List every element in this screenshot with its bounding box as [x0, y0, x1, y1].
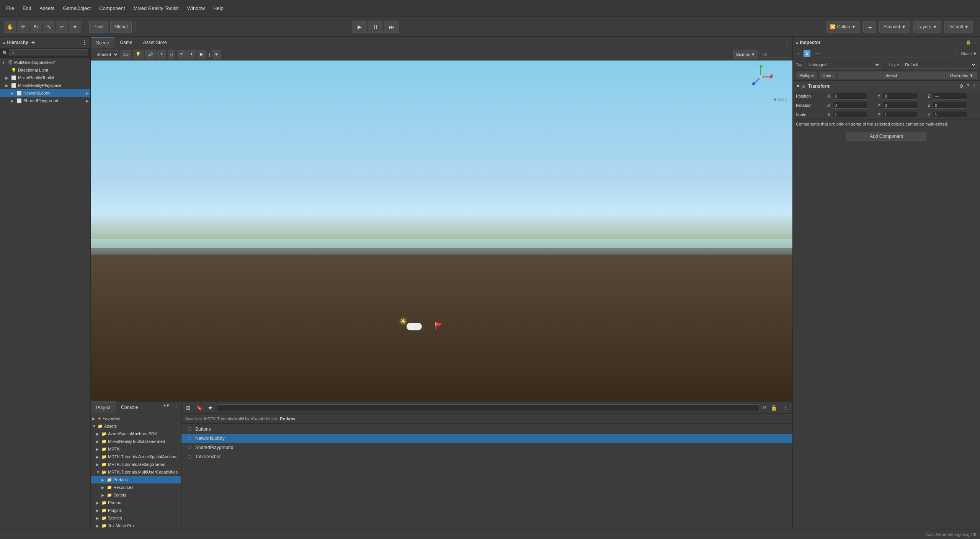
tab-scene[interactable]: Scene: [91, 37, 114, 48]
pos-z-input[interactable]: [933, 93, 967, 100]
gizmos-dropdown[interactable]: Gizmos ▼: [733, 50, 758, 59]
pivot-button[interactable]: Pivot: [89, 21, 108, 33]
folder-mrtk-getting[interactable]: ▶ 📁 MRTK.Tutorials.GettingStarted: [91, 461, 181, 468]
scale-z-input[interactable]: [933, 111, 967, 118]
folder-mrtk-multi[interactable]: ▼ 📂 MRTK.Tutorials.MultiUserCapabilities: [91, 468, 181, 476]
tab-asset-store[interactable]: Asset Store: [138, 37, 172, 48]
menu-item-component[interactable]: Component: [96, 4, 128, 13]
add-component-button[interactable]: Add Component: [846, 132, 926, 141]
folder-scripts[interactable]: ▶ 📁 Scripts: [91, 491, 181, 499]
shading-mode-select[interactable]: Shaded: [93, 50, 119, 59]
pause-button[interactable]: ⏸: [368, 21, 383, 33]
project-options[interactable]: ⋮: [172, 402, 181, 413]
step-button[interactable]: ⏭: [384, 21, 399, 33]
scale-y-input[interactable]: [883, 111, 917, 118]
tree-item-dirlight[interactable]: 💡 Directional Light: [0, 66, 90, 74]
collab-button[interactable]: 🔀 Collab ▼: [826, 21, 860, 33]
folder-mrtk-azure[interactable]: ▶ 📁 MRTK.Tutorials.AzureSpatialAnchors: [91, 453, 181, 461]
file-sharedplayground[interactable]: ⬡ SharedPlayground: [181, 443, 792, 452]
rot-x-input[interactable]: [833, 102, 867, 109]
menu-item-assets[interactable]: Assets: [36, 4, 57, 13]
menu-item-edit[interactable]: Edit: [20, 4, 34, 13]
transform-more-icon[interactable]: ⋮: [972, 83, 977, 89]
tree-item-networklobby[interactable]: ▶ ⬜ NetworkLobby ▶: [0, 89, 90, 97]
tag-select[interactable]: Untagged: [805, 61, 880, 69]
bookmark-icon[interactable]: 🔖: [194, 405, 204, 411]
tree-item-mrtk[interactable]: ▶ ⬜ MixedRealityToolkit: [0, 74, 90, 82]
search-by-type-icon[interactable]: ★: [206, 405, 214, 411]
assets-search-input[interactable]: [217, 404, 760, 411]
transform-help-icon[interactable]: ?: [967, 83, 969, 89]
skybox-toggle[interactable]: 0: [168, 50, 175, 59]
folder-assets-root[interactable]: ▼ 📁 Assets: [91, 422, 181, 430]
tab-console[interactable]: Console: [116, 402, 143, 413]
file-tableanchor[interactable]: ⬡ TableAnchor: [181, 452, 792, 461]
audio-toggle[interactable]: 🔊: [145, 50, 156, 59]
tab-project[interactable]: Project: [91, 402, 116, 413]
account-button[interactable]: Account ▼: [879, 21, 910, 33]
add-button[interactable]: +: [31, 39, 35, 46]
object-name-input[interactable]: [813, 50, 956, 57]
flares-toggle[interactable]: ✦: [187, 50, 196, 59]
fog-toggle[interactable]: ≋: [177, 50, 186, 59]
folder-plugins[interactable]: ▶ 📁 Plugins: [91, 506, 181, 514]
hierarchy-search-input[interactable]: [9, 49, 88, 56]
scale-x-input[interactable]: [833, 111, 867, 118]
lighting-toggle[interactable]: 💡: [133, 50, 144, 59]
rotate-tool-button[interactable]: ↻: [30, 21, 42, 33]
back-label[interactable]: ◀ Back: [773, 97, 787, 102]
menu-item-mrt[interactable]: Mixed Reality Toolkit: [131, 4, 182, 13]
scene-search-input[interactable]: [760, 51, 790, 58]
custom-tool-button[interactable]: ✦: [69, 21, 81, 33]
cloud-button[interactable]: ☁: [863, 21, 876, 33]
rot-z-input[interactable]: [933, 102, 967, 109]
folder-scenes[interactable]: ▶ 📁 Scenes: [91, 514, 181, 522]
folder-mrtk-gen[interactable]: ▶ 📁 MixedRealityToolkit.Generated: [91, 438, 181, 445]
add-asset-button[interactable]: +▼: [161, 402, 172, 413]
folder-favorites[interactable]: ▶ ★ Favorites: [91, 415, 181, 422]
scene-panel-options[interactable]: ⋮: [782, 37, 792, 48]
tab-game[interactable]: Game: [114, 37, 138, 48]
folder-photon[interactable]: ▶ 📁 Photon: [91, 499, 181, 506]
folder-resources[interactable]: ▶ 📁 Resources: [91, 483, 181, 491]
file-networklobby[interactable]: ⬡ NetworkLobby: [181, 434, 792, 443]
default-layout-button[interactable]: Default ▼: [944, 21, 973, 33]
tree-item-sharedplayground[interactable]: ▶ ⬜ SharedPlayground ▶: [0, 97, 90, 105]
inspector-lock-icon[interactable]: 🔒: [966, 40, 971, 45]
breadcrumb-prefabs[interactable]: Prefabs: [280, 416, 295, 421]
menu-item-file[interactable]: File: [3, 4, 17, 13]
tree-item-multiuser[interactable]: ▼ 🎬 MultiUserCapabilities*: [0, 59, 90, 66]
folder-azure[interactable]: ▶ 📁 AzureSpatialAnchors.SDK: [91, 430, 181, 438]
object-enabled-checkbox[interactable]: [796, 51, 801, 56]
effects-toggle[interactable]: ✦: [157, 50, 166, 59]
hand-tool-button[interactable]: ✋: [4, 21, 16, 33]
options-button[interactable]: ⋮: [82, 39, 87, 46]
menu-item-help[interactable]: Help: [210, 4, 227, 13]
overrides-button[interactable]: Overrides ▼: [946, 72, 977, 79]
animated-materials-toggle[interactable]: ▶: [198, 50, 206, 59]
breadcrumb-assets[interactable]: Assets: [185, 416, 198, 421]
global-button[interactable]: Global: [110, 21, 132, 33]
hide-objects-toggle[interactable]: 👁: [212, 50, 221, 59]
play-button[interactable]: ▶: [352, 21, 367, 33]
breadcrumb-mrtk-multi[interactable]: MRTK.Tutorials.MultiUserCapabilities: [204, 416, 274, 421]
panel-lock-icon[interactable]: 🔒: [769, 405, 779, 411]
open-button[interactable]: Open: [819, 72, 836, 79]
rot-y-input[interactable]: [883, 102, 917, 109]
transform-header[interactable]: ▼ ⊞ Transform ⚙ ? ⋮: [793, 81, 980, 91]
pos-y-input[interactable]: [883, 93, 917, 100]
panel-options-icon[interactable]: ⋮: [781, 405, 789, 411]
save-layout-icon[interactable]: ⊞: [185, 405, 192, 411]
folder-prefabs[interactable]: ▶ 📁 Prefabs: [91, 476, 181, 483]
inspector-options[interactable]: ⋮: [973, 40, 977, 45]
2d-toggle[interactable]: 2D: [121, 50, 131, 59]
rect-tool-button[interactable]: ▭: [56, 21, 68, 33]
scale-tool-button[interactable]: ⤡: [43, 21, 55, 33]
layers-button[interactable]: Layers ▼: [913, 21, 941, 33]
pos-x-input[interactable]: [833, 93, 867, 100]
folder-mrtk[interactable]: ▶ 📁 MRTK: [91, 445, 181, 453]
transform-settings-icon[interactable]: ⚙: [959, 83, 964, 89]
folder-textmesh[interactable]: ▶ 📁 TextMesh Pro: [91, 522, 181, 529]
menu-item-window[interactable]: Window: [184, 4, 208, 13]
file-buttons[interactable]: ⬡ Buttons: [181, 425, 792, 434]
